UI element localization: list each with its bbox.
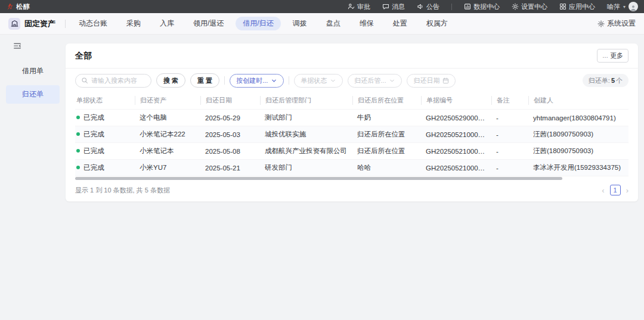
table-cell: 小米笔记本222 [135,126,200,143]
sort-dropdown[interactable]: 按创建时... [230,74,284,88]
table-cell: 成都航兴产业投资有限公司 [260,143,352,160]
topbar-item-label: 应用中心 [569,2,595,11]
filter-toolbar: 搜 索 重 置 按创建时... 单据状态归还后管...归还日期 归还单: 5 个 [66,69,638,92]
column-header: 归还后管理部门 [260,92,352,110]
page-number[interactable]: 1 [610,185,621,195]
reset-button[interactable]: 重 置 [190,73,219,88]
more-button-label: 更多 [610,51,623,60]
nav-item[interactable]: 领用/退还 [186,17,231,30]
pagination-summary: 显示 1 到 10 条数据, 共 5 条数据 [75,186,170,195]
table-row[interactable]: 已完成小米YU72025-05-21研发部门哈哈GH20250521000001… [75,160,628,176]
card-header: 全部 … 更多 [66,44,638,69]
logo[interactable]: 松醇 [6,2,30,11]
page-body: 借用单归还单 全部 … 更多 搜 索 重 置 [0,35,644,320]
table-row[interactable]: 已完成外出接待车2025-05-16测试部门天府宝座车库GH2025051600… [75,176,628,177]
topbar-item-data-center[interactable]: 数据中心 [464,2,500,11]
nav-item[interactable]: 维保 [352,17,381,30]
app-title[interactable]: 固定资产 [24,18,55,29]
count-label: 归还单: [589,76,610,85]
returns-card: 全部 … 更多 搜 索 重 置 按创建时... [66,44,638,201]
filter-label: 单据状态 [301,76,327,85]
chevron-down-icon [389,77,395,84]
search-input[interactable] [91,77,145,84]
table-cell: 归还后所在位置 [352,126,421,143]
gear-icon [597,20,605,27]
divider [224,76,225,85]
sidebar-item[interactable]: 借用单 [6,62,60,80]
nav-item[interactable]: 借用/归还 [236,17,280,30]
topbar-item-app-center[interactable]: 应用中心 [559,2,595,11]
nav-item[interactable]: 调拨 [286,17,314,30]
topbar-item-label: 公告 [426,2,439,11]
sidebar-collapse-button[interactable] [13,42,21,52]
nav-item[interactable]: 动态台账 [72,17,114,30]
status-dot-icon [76,149,80,153]
count-badge: 归还单: 5 个 [583,74,628,87]
nav-item[interactable]: 入库 [153,17,181,30]
user-name: 喻萍 [607,2,620,11]
page-title: 全部 [75,51,92,61]
approval-icon [348,3,355,10]
nav-item[interactable]: 处置 [386,17,414,30]
table-cell: - [491,126,528,143]
nav-item[interactable]: 权属方 [419,17,455,30]
horizontal-scrollbar[interactable] [75,177,562,180]
chevron-right-icon[interactable]: › [626,187,628,194]
table-cell: 城投优联实施 [260,126,352,143]
table-body: 已完成这个电脑2025-05-29测试部门牛奶GH20250529000001-… [75,110,628,177]
status-cell: 已完成 [75,160,135,176]
sidebar-items: 借用单归还单 [6,62,60,104]
table-cell: 汪茜(18090750903) [528,143,628,160]
filter-dropdown[interactable]: 单据状态 [294,74,343,88]
table-cell: GH20250521000001 [421,160,491,176]
data-center-icon [464,3,471,10]
table-cell: 李冰冰开发用(15929334375) [528,160,628,176]
chevron-left-icon[interactable]: ‹ [602,187,604,194]
system-settings-button[interactable]: 系统设置 [597,18,636,29]
topbar-item-label: 数据中心 [473,2,500,11]
sidebar: 借用单归还单 [0,35,66,320]
calendar-icon [442,77,449,84]
status-cell: 已完成 [75,176,135,177]
divider [289,76,289,85]
topbar-item-message[interactable]: 消息 [382,2,405,11]
search-icon [81,77,88,84]
table-cell: 小米笔记本 [135,143,200,160]
table-header-row: 单据状态归还资产归还日期归还后管理部门归还后所在位置单据编号备注创建人 [75,92,628,110]
avatar[interactable] [628,2,638,11]
status-cell: 已完成 [75,110,135,126]
table-row[interactable]: 已完成小米笔记本2222025-05-03城投优联实施归还后所在位置GH2025… [75,126,628,143]
filter-dropdown[interactable]: 归还后管... [348,74,402,88]
filter-label: 归还后管... [354,76,386,85]
ellipsis-icon: … [602,53,608,59]
returns-table: 单据状态归还资产归还日期归还后管理部门归还后所在位置单据编号备注创建人 已完成这… [75,92,628,176]
table-cell: - [491,110,528,126]
table-cell: GH20250521000003 [421,126,491,143]
building-icon [11,20,18,27]
search-button[interactable]: 搜 索 [156,73,185,88]
filter-date[interactable]: 归还日期 [407,74,456,88]
table-cell: - [491,160,528,176]
topbar-item-announcement[interactable]: 公告 [417,2,439,11]
message-icon [382,3,389,10]
table-cell: 归还后所在位置 [352,143,421,160]
nav-item[interactable]: 采购 [119,17,148,30]
filter-label: 归还日期 [413,76,439,85]
system-settings-label: 系统设置 [607,18,636,29]
sidebar-item[interactable]: 归还单 [6,85,60,104]
table-cell: 2025-05-21 [200,160,260,176]
table-cell: GH20250529000001 [421,110,491,126]
topbar-item-label: 审批 [357,2,370,11]
chevron-down-icon [271,77,277,84]
user-menu[interactable]: 喻萍 ▾ [607,2,638,11]
main-area: 全部 … 更多 搜 索 重 置 按创建时... [66,35,644,320]
topbar-item-settings-center[interactable]: 设置中心 [512,2,547,11]
table-row[interactable]: 已完成这个电脑2025-05-29测试部门牛奶GH20250529000001-… [75,110,628,126]
status-dot-icon [76,132,80,136]
nav-item[interactable]: 盘点 [319,17,348,30]
column-header: 单据状态 [75,92,135,110]
table-row[interactable]: 已完成小米笔记本2025-05-08成都航兴产业投资有限公司归还后所在位置GH2… [75,143,628,160]
more-button[interactable]: … 更多 [597,49,628,63]
topbar-item-approval[interactable]: 审批 [348,2,370,11]
table-cell: GH20250521000002 [421,143,491,160]
